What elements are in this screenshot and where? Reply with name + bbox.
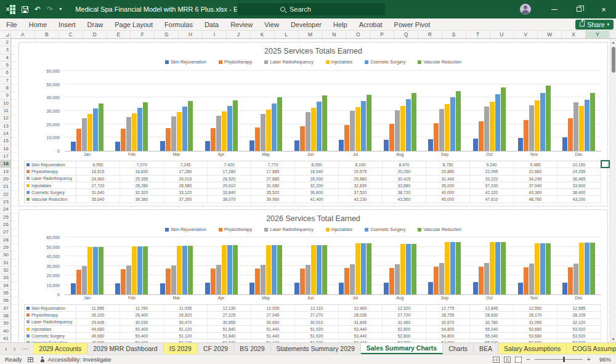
sheet-list-button[interactable]: ⋯ (22, 345, 28, 353)
ribbon-tab-draw[interactable]: Draw (87, 21, 103, 28)
column-header-N[interactable]: N (322, 31, 346, 38)
zoom-slider[interactable] (535, 359, 583, 360)
sheet-tab-is-2029[interactable]: IS 2029 (164, 343, 198, 354)
share-button[interactable]: Share ▾ (575, 20, 614, 30)
row-header-18[interactable]: 18 (0, 160, 10, 168)
column-header-T[interactable]: T (466, 31, 490, 38)
ribbon-tab-developer[interactable]: Developer (291, 21, 322, 28)
account-avatar[interactable] (520, 4, 531, 15)
row-header-23[interactable]: 23 (0, 198, 10, 206)
column-header-O[interactable]: O (346, 31, 370, 38)
save-button[interactable] (22, 6, 28, 13)
sheet-tab-2029-accounts[interactable]: 2029 Accounts (33, 343, 87, 354)
row-header-39[interactable]: 39 (0, 320, 10, 327)
column-header-Q[interactable]: Q (394, 31, 418, 38)
sheet-tab-sales-summary-charts[interactable]: Sales Summary Charts (361, 343, 443, 354)
close-button[interactable]: × (591, 0, 616, 18)
column-header-J[interactable]: J (227, 31, 251, 38)
excel-app-icon[interactable]: X (6, 5, 15, 14)
row-header-12[interactable]: 12 (0, 115, 10, 122)
redo-button[interactable]: ↷ (47, 6, 53, 13)
row-header-3[interactable]: 3 (0, 46, 10, 54)
ribbon-tab-formulas[interactable]: Formulas (164, 21, 193, 28)
row-header-16[interactable]: 16 (0, 145, 10, 153)
sheet-tab-cogs-assumptio[interactable]: COGS Assumptio (567, 343, 616, 354)
row-header-40[interactable]: 40 (0, 327, 10, 334)
restore-button[interactable] (567, 0, 591, 18)
sheet-tab-salary-assumptions[interactable]: Salary Assumptions (498, 343, 567, 354)
ribbon-tab-help[interactable]: Help (333, 21, 347, 28)
zoom-level[interactable]: 96% (595, 356, 611, 363)
row-header-19[interactable]: 19 (0, 168, 10, 176)
prev-sheet-button[interactable]: ‹ (5, 345, 7, 352)
column-header-V[interactable]: V (514, 31, 538, 38)
row-header-31[interactable]: 31 (0, 259, 10, 267)
row-header-26[interactable]: 26 (0, 221, 10, 229)
column-header-A[interactable]: A (11, 31, 35, 38)
scroll-up-icon[interactable]: ▴ (610, 39, 616, 46)
row-header-17[interactable]: 17 (0, 153, 10, 160)
column-header-B[interactable]: B (35, 31, 59, 38)
ribbon-tab-page-layout[interactable]: Page Layout (115, 21, 153, 28)
column-header-I[interactable]: I (203, 31, 227, 38)
row-header-9[interactable]: 9 (0, 92, 10, 99)
next-sheet-button[interactable]: › (14, 345, 16, 352)
sheet-tab-charts[interactable]: Charts (443, 343, 474, 354)
search-box[interactable]: Search (237, 3, 385, 15)
page-break-view-button[interactable] (515, 357, 522, 363)
chart-2025-services-totals[interactable]: 2025 Services Totals Earned Skin Rejuven… (18, 42, 608, 206)
ribbon-tab-acrobat[interactable]: Acrobat (359, 21, 383, 28)
column-header-F[interactable]: F (131, 31, 155, 38)
row-header-36[interactable]: 36 (0, 297, 10, 304)
ribbon-tab-data[interactable]: Data (205, 21, 219, 28)
row-header-10[interactable]: 10 (0, 100, 10, 107)
ribbon-tab-power-pivot[interactable]: Power Pivot (394, 21, 431, 28)
scroll-down-icon[interactable]: ▾ (610, 336, 616, 342)
ribbon-tab-home[interactable]: Home (29, 21, 47, 28)
row-header-30[interactable]: 30 (0, 251, 10, 259)
vertical-scrollbar[interactable]: ▴ ▾ (610, 39, 616, 342)
row-header-28[interactable]: 28 (0, 237, 10, 244)
row-header-5[interactable]: 5 (0, 62, 10, 69)
column-header-U[interactable]: U (490, 31, 514, 38)
minimize-button[interactable] (542, 0, 567, 18)
row-header-22[interactable]: 22 (0, 191, 10, 198)
qat-customize-button[interactable]: ▾ (59, 7, 62, 12)
row-header-14[interactable]: 14 (0, 130, 10, 137)
ribbon-tab-review[interactable]: Review (230, 21, 253, 28)
column-header-M[interactable]: M (299, 31, 323, 38)
row-header-38[interactable]: 38 (0, 312, 10, 320)
row-header-25[interactable]: 25 (0, 214, 10, 221)
row-header-27[interactable]: 27 (0, 229, 10, 236)
row-header-4[interactable]: 4 (0, 54, 10, 62)
ribbon-tab-view[interactable]: View (264, 21, 279, 28)
zoom-out-button[interactable]: − (526, 356, 530, 363)
sheet-area[interactable]: 2345678910111213141516171819202122232425… (0, 39, 616, 342)
sheet-tab-bs-2029[interactable]: BS 2029 (234, 343, 270, 354)
row-header-24[interactable]: 24 (0, 206, 10, 213)
column-header-G[interactable]: G (155, 31, 179, 38)
column-header-D[interactable]: D (83, 31, 107, 38)
row-header-37[interactable]: 37 (0, 304, 10, 312)
row-header-15[interactable]: 15 (0, 137, 10, 145)
ribbon-tab-file[interactable]: File (6, 21, 17, 28)
column-header-K[interactable]: K (251, 31, 275, 38)
row-header-32[interactable]: 32 (0, 267, 10, 274)
sheet-tab-2029-mrr-dashboard[interactable]: 2029 MRR Dashboard (87, 343, 163, 354)
row-header-29[interactable]: 29 (0, 244, 10, 251)
column-header-X[interactable]: X (562, 31, 586, 38)
row-header-35[interactable]: 35 (0, 289, 10, 297)
row-header-7[interactable]: 7 (0, 77, 10, 84)
sheet-tab-bea[interactable]: BEA (474, 343, 498, 354)
vertical-scroll-thumb[interactable] (612, 47, 615, 73)
row-header-6[interactable]: 6 (0, 69, 10, 76)
select-all-corner[interactable] (0, 31, 11, 38)
sheet-tab-statements-summary-2029[interactable]: Statements Summary 2029 (271, 343, 361, 354)
row-header-20[interactable]: 20 (0, 176, 10, 183)
row-header-21[interactable]: 21 (0, 183, 10, 190)
row-header-8[interactable]: 8 (0, 84, 10, 92)
undo-button[interactable]: ↶ (34, 6, 41, 13)
ribbon-tab-insert[interactable]: Insert (59, 21, 76, 28)
column-header-Y[interactable]: Y (586, 31, 610, 38)
sheet-tab-cf-2029[interactable]: CF 2029 (198, 343, 234, 354)
